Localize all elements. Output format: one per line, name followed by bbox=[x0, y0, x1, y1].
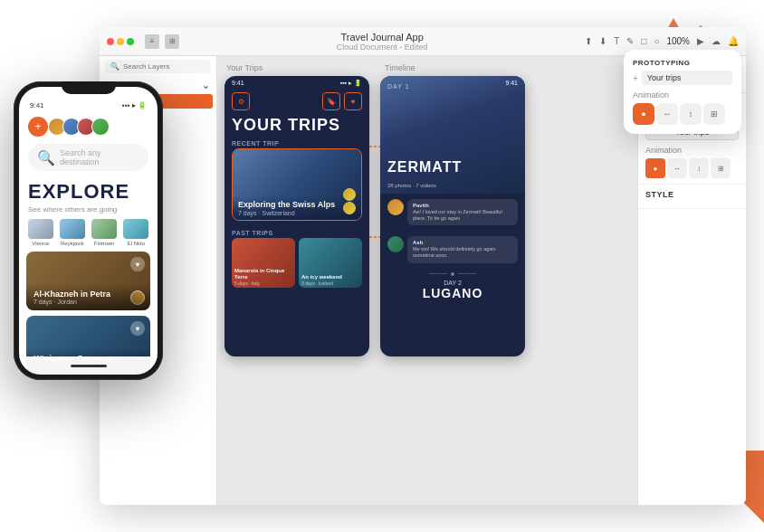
coin-stack bbox=[343, 188, 356, 214]
recent-trip-card[interactable]: Exploring the Swiss Alps 7 days · Switze… bbox=[232, 148, 362, 221]
popup-animation-buttons: ● ↔ ↕ ⊞ bbox=[633, 103, 732, 125]
timeline-label: Timeline bbox=[385, 63, 415, 72]
search-placeholder: Search any destination bbox=[60, 148, 139, 166]
past-trip-meta-1: 5 days · Italy bbox=[234, 280, 292, 286]
main-canvas: Your Trips Timeline 9:41 ▪▪▪ ▸ 🔋 ⚙ 🔖 ♥ bbox=[217, 56, 637, 505]
dest-finttown-img bbox=[91, 219, 117, 239]
trips-settings-icon[interactable]: ⚙ bbox=[232, 92, 250, 110]
dest-finttown[interactable]: Finttown bbox=[91, 219, 119, 246]
phone-add-button[interactable]: + bbox=[28, 117, 48, 137]
featured-card-1[interactable]: ♥ Al-Khazneh in Petra 7 days · Jordan bbox=[26, 252, 150, 310]
trips-screen-container: 9:41 ▪▪▪ ▸ 🔋 ⚙ 🔖 ♥ YOUR TRIPS RECENT TRI… bbox=[224, 76, 369, 356]
trips-heart-icon[interactable]: ♥ bbox=[344, 92, 362, 110]
play-icon[interactable]: ▶ bbox=[697, 36, 704, 46]
layers-search-input[interactable] bbox=[123, 62, 186, 71]
timeline-hero-image bbox=[380, 76, 525, 194]
timeline-day2-label: DAY 2 bbox=[380, 280, 525, 286]
phone-bottom-nav bbox=[19, 356, 158, 375]
timeline-hero: 9:41 DAY 1 ZERMATT 28 photos · 7 videos bbox=[380, 76, 525, 194]
explore-subtitle: See where others are going bbox=[19, 205, 158, 219]
layers-search[interactable]: 🔍 bbox=[105, 60, 211, 73]
toolbar-icon-1[interactable]: ⬆ bbox=[585, 36, 592, 46]
featured-meta-1: 7 days · Jordan bbox=[33, 299, 143, 305]
dest-elnido[interactable]: El Nido bbox=[122, 219, 150, 246]
trips-header: ⚙ 🔖 ♥ bbox=[224, 89, 369, 114]
dest-vienna-img bbox=[28, 219, 53, 239]
trips-status-bar: 9:41 ▪▪▪ ▸ 🔋 bbox=[224, 76, 369, 89]
trips-bookmark-icon[interactable]: 🔖 bbox=[322, 92, 340, 110]
toolbar-icon-6[interactable]: ○ bbox=[654, 36, 659, 46]
phone-mockup: 9:41 ▪▪▪ ▸ 🔋 + 🔍 Search any destination … bbox=[14, 81, 158, 532]
comment-row-2: Ash Me too! We should definitely go agai… bbox=[380, 231, 525, 268]
dest-elnido-img bbox=[123, 219, 148, 239]
past-trip-name-1: Manarola in Cinque Terre bbox=[234, 268, 292, 280]
divider-dot bbox=[451, 272, 454, 276]
anim-btn-4[interactable]: ⊞ bbox=[711, 158, 731, 178]
timeline-status-bar: 9:41 bbox=[505, 80, 518, 86]
past-trip-label-1: Manarola in Cinque Terre 5 days · Italy bbox=[234, 268, 292, 286]
popup-target-value[interactable]: Your trips bbox=[642, 71, 732, 85]
toolbar-icon-2[interactable]: ⬇ bbox=[599, 36, 606, 46]
layers-icon[interactable]: ≡ bbox=[145, 34, 159, 49]
past-trip-card-2[interactable]: An icy weekend 3 days · Iceland bbox=[299, 238, 362, 288]
popup-title: PROTOTYPING bbox=[633, 59, 732, 67]
featured-text-1: Al-Khazneh in Petra 7 days · Jordan bbox=[26, 284, 150, 310]
phone-time: 9:41 bbox=[30, 101, 44, 109]
anim-btn-2[interactable]: ↔ bbox=[667, 158, 687, 178]
trips-title: YOUR TRIPS bbox=[224, 114, 369, 137]
popup-anim-btn-1[interactable]: ● bbox=[633, 103, 654, 125]
dest-vienna-label: Vienna bbox=[32, 241, 49, 246]
phone-search-bar[interactable]: 🔍 Search any destination bbox=[28, 144, 148, 171]
timeline-photos1: 28 photos · 7 videos bbox=[387, 183, 436, 188]
toolbar-icon-4[interactable]: ✎ bbox=[626, 36, 634, 46]
phone-avatars bbox=[52, 118, 110, 136]
pages-expand-icon[interactable]: ⌄ bbox=[202, 81, 209, 90]
toolbar-icon-5[interactable]: □ bbox=[641, 36, 646, 46]
trips-header-right-icons: 🔖 ♥ bbox=[322, 92, 362, 110]
toolbar-right-icons: ⬆ ⬇ T ✎ □ ○ 100% ▶ ☁ 🔔 bbox=[585, 36, 739, 46]
timeline-city1: ZERMATT bbox=[387, 159, 462, 176]
toolbar-left-icons: ≡ ⊞ bbox=[145, 34, 179, 49]
commenter-name-2: Ash bbox=[413, 240, 512, 245]
bell-icon[interactable]: 🔔 bbox=[728, 36, 739, 46]
past-trips-label: PAST TRIPS bbox=[224, 226, 369, 238]
past-trip-meta-2: 3 days · Iceland bbox=[301, 280, 359, 286]
style-title: STYLE bbox=[645, 190, 739, 199]
past-trip-label-2: An icy weekend 3 days · Iceland bbox=[301, 274, 359, 286]
popup-anim-btn-4[interactable]: ⊞ bbox=[703, 103, 725, 125]
anim-btn-3[interactable]: ↕ bbox=[689, 158, 709, 178]
recent-trip-name: Exploring the Swiss Alps bbox=[238, 200, 356, 210]
close-button[interactable] bbox=[107, 38, 114, 45]
search-layers-icon: 🔍 bbox=[110, 62, 119, 71]
timeline-divider bbox=[380, 269, 525, 280]
minimize-button[interactable] bbox=[117, 38, 124, 45]
timeline-time: 9:41 bbox=[505, 80, 518, 86]
past-trip-card-1[interactable]: Manarola in Cinque Terre 5 days · Italy bbox=[232, 238, 295, 288]
document-title: Travel Journal App Cloud Document - Edit… bbox=[183, 32, 581, 52]
trips-screen: 9:41 ▪▪▪ ▸ 🔋 ⚙ 🔖 ♥ YOUR TRIPS RECENT TRI… bbox=[224, 76, 369, 356]
dest-vienna[interactable]: Vienna bbox=[26, 219, 54, 246]
search-icon: 🔍 bbox=[37, 149, 55, 166]
components-icon[interactable]: ⊞ bbox=[165, 34, 179, 49]
heart-icon-2: ♥ bbox=[130, 321, 145, 336]
timeline-city2: LUGANO bbox=[380, 286, 525, 300]
animation-section: Animation ● ↔ ↕ ⊞ bbox=[645, 146, 739, 178]
popup-animation-label: Animation bbox=[633, 90, 732, 100]
maximize-button[interactable] bbox=[127, 38, 134, 45]
animation-label: Animation bbox=[645, 146, 739, 155]
divider-line-right bbox=[458, 273, 476, 274]
commenter-avatar-2 bbox=[387, 236, 404, 252]
dest-reykjavik[interactable]: Reykjavik bbox=[58, 219, 86, 246]
popup-anim-btn-2[interactable]: ↔ bbox=[656, 103, 678, 125]
dest-elnido-label: El Nido bbox=[128, 241, 145, 246]
toolbar-icon-3[interactable]: T bbox=[614, 36, 619, 46]
comment-text-1: Aw! I loved our stay in Zermatt! Beautif… bbox=[413, 209, 512, 222]
cloud-icon: ☁ bbox=[711, 36, 721, 46]
anim-btn-1[interactable]: ● bbox=[645, 158, 665, 178]
destinations-grid: Vienna Reykjavik Finttown El Nido bbox=[19, 219, 158, 252]
title-text: Travel Journal App bbox=[183, 32, 581, 43]
coin-1 bbox=[343, 188, 356, 201]
popup-anim-btn-3[interactable]: ↕ bbox=[680, 103, 702, 125]
comment-row-1: Pavith Aw! I loved our stay in Zermatt! … bbox=[380, 194, 525, 231]
popup-plus-icon[interactable]: + bbox=[633, 73, 638, 83]
